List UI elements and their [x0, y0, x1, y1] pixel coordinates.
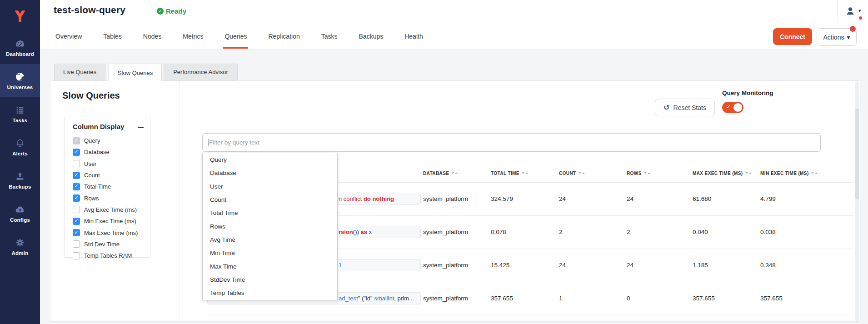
checkbox[interactable] [73, 206, 80, 213]
query-filter-input[interactable] [202, 133, 821, 152]
sql-token: , prim... [394, 295, 414, 302]
column-dropdown-item[interactable]: Temp Tables [203, 286, 337, 299]
column-dropdown-item[interactable]: Total Time [203, 206, 337, 219]
universe-title: test-slow-query [54, 5, 125, 15]
database-cell: system_platform [423, 249, 468, 282]
checkbox[interactable] [73, 160, 80, 167]
column-dropdown-item[interactable]: Avg Time [203, 233, 337, 246]
column-option-row[interactable]: Temp Tables RAM [65, 250, 150, 261]
column-option-row[interactable]: Database [65, 146, 150, 158]
nav-tab-overview[interactable]: Overview [55, 23, 82, 50]
table-column-header[interactable]: MAX EXEC TIME (MS) [693, 164, 752, 182]
column-dropdown-item[interactable]: Min Time [203, 246, 337, 259]
topbar: test-slow-query ✓ Ready ▾ [40, 0, 868, 23]
nav-tab-tables[interactable]: Tables [103, 23, 121, 50]
nav-tab-health[interactable]: Health [404, 23, 423, 50]
checkbox[interactable] [73, 240, 80, 248]
column-option-label: Min Exec Time (ms) [84, 218, 136, 224]
scrollbar-thumb[interactable] [855, 109, 859, 199]
column-option-row[interactable]: Total Time [65, 181, 150, 192]
nav-tab-tasks[interactable]: Tasks [321, 23, 338, 50]
column-option-label: Avg Exec Time (ms) [84, 206, 137, 213]
column-option-label: Rows [84, 195, 99, 202]
actions-notification-dot [850, 26, 856, 32]
column-option-row[interactable]: Max Exec Time (ms) [65, 227, 150, 238]
checkbox[interactable] [73, 194, 80, 202]
column-dropdown-item[interactable]: Max Time [203, 259, 337, 273]
nav-tab-replication[interactable]: Replication [268, 23, 299, 50]
subtab-slow-queries[interactable]: Slow Queries [109, 64, 162, 81]
column-dropdown-item[interactable]: User [203, 180, 337, 193]
column-option-row[interactable]: User [65, 158, 150, 169]
chevron-down-icon[interactable]: ▾ [858, 8, 861, 14]
rows-cell: 2 [627, 215, 630, 249]
column-option-row[interactable]: Query [65, 135, 150, 146]
column-option-row[interactable]: Rows [65, 192, 150, 204]
checkbox[interactable] [73, 252, 80, 259]
nav-tab-backups[interactable]: Backups [359, 23, 384, 50]
subtab-performance-advisor[interactable]: Performance Advisor [164, 64, 238, 80]
sort-icon[interactable] [579, 172, 585, 174]
table-column-header[interactable]: MIN EXEC TIME (MS) [760, 164, 818, 182]
column-header-label: ROWS [627, 171, 642, 176]
sidebar-item-backups[interactable]: Backups [0, 164, 40, 197]
sidebar-item-configs[interactable]: Configs [0, 197, 40, 230]
rows-cell: 24 [627, 182, 634, 215]
query-monitoring-toggle[interactable]: ✓ [722, 102, 743, 113]
user-avatar-icon[interactable] [845, 6, 855, 18]
checkbox[interactable] [73, 137, 80, 145]
sort-icon[interactable] [644, 172, 650, 174]
sidebar-item-universes[interactable]: Universes [0, 64, 40, 97]
topbar-divider [837, 0, 838, 23]
checkbox[interactable] [73, 183, 80, 190]
database-cell: system_platform [423, 182, 468, 215]
nav-tab-metrics[interactable]: Metrics [183, 23, 203, 50]
column-option-row[interactable]: Avg Exec Time (ms) [65, 204, 150, 215]
total-time-cell: 15.425 [491, 249, 509, 282]
min-exec-time-cell: 4.799 [760, 182, 776, 215]
sidebar-item-dashboard[interactable]: Dashboard [0, 31, 40, 64]
nav-tab-label: Metrics [183, 33, 203, 40]
table-column-header[interactable]: ROWS [627, 164, 650, 182]
column-option-row[interactable]: Std Dev Time [65, 239, 150, 250]
column-dropdown-item[interactable]: StdDev Time [203, 273, 337, 286]
sort-icon[interactable] [522, 172, 528, 174]
min-exec-time-cell: 0.038 [760, 215, 776, 249]
min-exec-time-cell: 0.348 [760, 249, 776, 282]
column-option-row[interactable]: Count [65, 169, 150, 181]
sql-token: smallint [374, 295, 394, 302]
checkbox[interactable] [73, 149, 80, 156]
sidebar: Dashboard Universes Tasks Alerts Backups… [0, 0, 40, 324]
universe-navbar: Overview Tables Nodes Metrics Queries Re… [40, 23, 868, 50]
nav-tab-queries[interactable]: Queries [224, 23, 247, 50]
app-root: Dashboard Universes Tasks Alerts Backups… [0, 0, 868, 324]
sidebar-item-alerts[interactable]: Alerts [0, 130, 40, 164]
checkbox[interactable] [73, 172, 80, 179]
collapse-minus-icon[interactable] [138, 127, 144, 129]
table-column-header[interactable]: DATABASE [423, 164, 458, 182]
sort-icon[interactable] [811, 172, 818, 174]
checkbox[interactable] [73, 218, 80, 225]
min-exec-time-cell: 357.655 [760, 282, 783, 315]
column-option-row[interactable]: Min Exec Time (ms) [65, 215, 150, 227]
yugabyte-logo-icon[interactable] [0, 0, 40, 31]
column-dropdown-item[interactable]: Rows [203, 219, 337, 233]
sort-icon[interactable] [451, 172, 458, 174]
scrollbar[interactable] [855, 81, 859, 321]
column-dropdown-item[interactable]: Database [203, 166, 337, 179]
connect-button[interactable]: Connect [773, 28, 812, 45]
table-column-header[interactable]: COUNT [559, 164, 585, 182]
column-dropdown-item[interactable]: Count [203, 193, 337, 206]
sort-icon[interactable] [745, 172, 752, 174]
reset-stats-button[interactable]: ↺ Reset Stats [655, 99, 715, 116]
nav-tab-nodes[interactable]: Nodes [143, 23, 161, 50]
column-option-label: User [84, 160, 96, 167]
sql-token: 1 [339, 262, 342, 269]
gear-icon [15, 237, 25, 248]
sidebar-item-tasks[interactable]: Tasks [0, 97, 40, 130]
column-dropdown-item[interactable]: Query [203, 153, 337, 166]
table-column-header[interactable]: TOTAL TIME [491, 164, 528, 182]
sidebar-item-admin[interactable]: Admin [0, 230, 40, 263]
checkbox[interactable] [73, 229, 80, 236]
subtab-live-queries[interactable]: Live Queries [54, 64, 105, 80]
